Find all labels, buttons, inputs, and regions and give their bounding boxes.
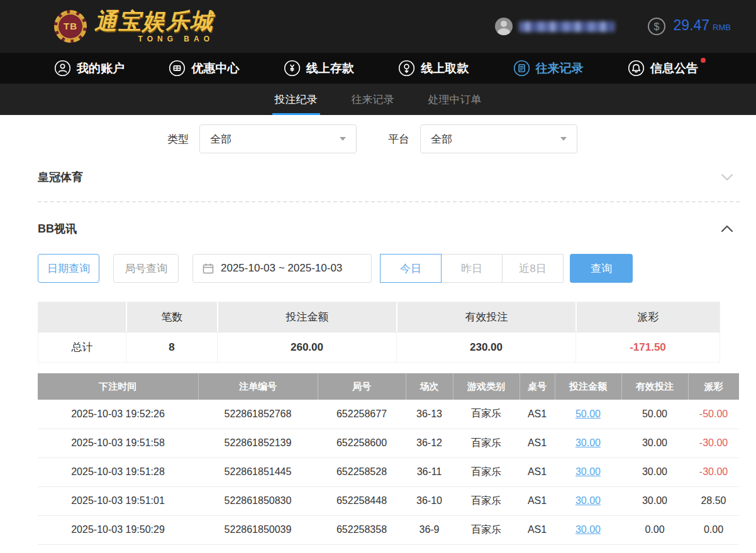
col-header-payout: 派彩 <box>688 373 739 400</box>
nav-item-records[interactable]: 往来记录 <box>513 60 584 77</box>
cell-session: 36-12 <box>406 429 453 457</box>
table-row: 2025-10-03 19:51:28522861851445652258528… <box>38 457 739 486</box>
date-range-input[interactable]: 2025-10-03 ~ 2025-10-03 <box>192 254 372 283</box>
cell-round-id: 652258677 <box>318 400 406 429</box>
nav-item-announcements[interactable]: 信息公告 <box>628 60 698 77</box>
cell-bet-amount: 30.00 <box>555 486 621 515</box>
section-title: 皇冠体育 <box>38 170 83 185</box>
balance-currency: RMB <box>713 23 731 32</box>
section-bb-video[interactable]: BB视讯 <box>0 215 756 243</box>
platform-select-value: 全部 <box>431 132 452 146</box>
logo-text: 通宝娱乐城 TONG BAO <box>94 9 214 43</box>
site-logo[interactable]: TB 通宝娱乐城 TONG BAO <box>54 9 214 43</box>
summary-payout: -171.50 <box>575 332 720 362</box>
range-button-group: 今日 昨日 近8日 <box>381 254 564 283</box>
chevron-down-icon[interactable] <box>720 170 735 185</box>
balance-display[interactable]: $ 29.47 RMB <box>647 17 731 36</box>
cell-bet-time: 2025-10-03 19:51:28 <box>38 457 198 486</box>
cell-bet-amount: 30.00 <box>555 457 621 486</box>
today-button[interactable]: 今日 <box>380 254 442 283</box>
summary-header-cell: 笔数 <box>126 302 217 332</box>
cell-valid-bet: 50.00 <box>621 400 688 429</box>
cell-table-id: AS1 <box>520 515 555 544</box>
nav-item-deposit[interactable]: 线上存款 <box>284 60 354 77</box>
cell-game-type: 百家乐 <box>453 486 520 515</box>
sub-tabbar: 投注纪录往来记录处理中订单 <box>0 84 756 115</box>
username-blurred <box>519 21 614 32</box>
col-header-bet-time: 下注时间 <box>38 373 198 400</box>
dollar-icon: $ <box>647 17 666 36</box>
col-header-round-id: 局号 <box>318 373 406 400</box>
deposit-icon <box>284 60 301 77</box>
cell-valid-bet: 30.00 <box>621 429 688 457</box>
chevron-up-icon[interactable] <box>720 221 735 236</box>
records-icon <box>513 60 530 77</box>
col-header-session: 场次 <box>406 373 453 400</box>
dashed-divider <box>38 201 740 202</box>
summary-valid-bet: 230.00 <box>396 332 575 362</box>
top-header: TB 通宝娱乐城 TONG BAO $ 29.47 RMB <box>0 0 756 53</box>
cell-bet-time: 2025-10-03 19:50:29 <box>38 515 198 544</box>
account-icon <box>54 60 71 77</box>
nav-item-label: 信息公告 <box>650 60 698 77</box>
date-query-button[interactable]: 日期查询 <box>38 254 99 283</box>
platform-filter-label: 平台 <box>388 132 409 146</box>
cell-round-id: 652258448 <box>318 486 406 515</box>
nav-item-withdraw[interactable]: 线上取款 <box>398 60 469 77</box>
user-avatar-icon[interactable] <box>495 18 513 35</box>
bet-amount-link[interactable]: 30.00 <box>575 437 601 448</box>
platform-select[interactable]: 全部 <box>420 124 577 153</box>
logo-chip-icon: TB <box>54 10 87 43</box>
summary-header-cell: 投注金额 <box>217 302 396 332</box>
bet-records-table: 下注时间注单编号局号场次游戏类别桌号投注金额有效投注派彩 2025-10-03 … <box>38 373 739 545</box>
cell-game-type: 百家乐 <box>453 515 520 544</box>
col-header-bet-amount: 投注金额 <box>555 373 621 400</box>
round-query-button[interactable]: 局号查询 <box>113 254 179 283</box>
main-nav: 我的账户优惠中心线上存款线上取款往来记录信息公告 <box>0 53 756 84</box>
table-header-row: 下注时间注单编号局号场次游戏类别桌号投注金额有效投注派彩 <box>38 373 739 400</box>
cell-round-id: 652258600 <box>318 429 406 457</box>
bet-amount-link[interactable]: 30.00 <box>575 495 601 506</box>
cell-bet-time: 2025-10-03 19:52:26 <box>38 400 198 429</box>
section-crown-sports[interactable]: 皇冠体育 <box>0 163 756 191</box>
table-row: 2025-10-03 19:50:29522861850039652258358… <box>38 515 739 544</box>
nav-item-promotions[interactable]: 优惠中心 <box>169 60 239 77</box>
cell-session: 36-11 <box>406 457 453 486</box>
bet-amount-link[interactable]: 30.00 <box>575 466 601 477</box>
bet-amount-link[interactable]: 30.00 <box>575 524 601 535</box>
nav-item-my-account[interactable]: 我的账户 <box>54 60 125 77</box>
col-header-order-id: 注单编号 <box>198 373 318 400</box>
yesterday-button[interactable]: 昨日 <box>441 254 503 283</box>
table-body: 2025-10-03 19:52:26522861852768652258677… <box>38 400 739 544</box>
logo-title: 通宝娱乐城 <box>94 9 214 33</box>
last-8-days-button[interactable]: 近8日 <box>502 254 564 283</box>
cell-payout: 0.00 <box>688 515 739 544</box>
svg-text:$: $ <box>653 21 659 32</box>
cell-order-id: 522861850039 <box>198 515 318 544</box>
tab-bet-records[interactable]: 投注纪录 <box>272 84 320 115</box>
logo-subtitle: TONG BAO <box>138 35 214 43</box>
cell-game-type: 百家乐 <box>453 429 520 457</box>
cell-order-id: 522861850830 <box>198 486 318 515</box>
bet-amount-link[interactable]: 50.00 <box>575 408 601 419</box>
cell-game-type: 百家乐 <box>453 457 520 486</box>
date-range-value: 2025-10-03 ~ 2025-10-03 <box>221 262 342 275</box>
table-row: 2025-10-03 19:51:01522861850830652258448… <box>38 486 739 515</box>
tab-transfer-records[interactable]: 往来记录 <box>349 84 397 115</box>
withdraw-icon <box>398 60 415 77</box>
summary-header-row: 笔数投注金额有效投注派彩 <box>38 302 720 332</box>
cell-table-id: AS1 <box>520 486 555 515</box>
summary-count: 8 <box>126 332 217 362</box>
search-button[interactable]: 查询 <box>570 254 633 283</box>
cell-session: 36-13 <box>406 400 453 429</box>
section-title: BB视讯 <box>38 221 77 236</box>
query-row: 日期查询 局号查询 2025-10-03 ~ 2025-10-03 今日 昨日 … <box>38 254 718 283</box>
chevron-down-icon <box>560 137 567 141</box>
filter-row: 类型 全部 平台 全部 <box>167 124 756 153</box>
summary-header-cell: 派彩 <box>575 302 720 332</box>
nav-item-label: 往来记录 <box>536 60 584 77</box>
cell-round-id: 652258358 <box>318 515 406 544</box>
cell-bet-time: 2025-10-03 19:51:58 <box>38 429 198 457</box>
type-select[interactable]: 全部 <box>199 124 357 153</box>
tab-pending-orders[interactable]: 处理中订单 <box>426 84 484 115</box>
